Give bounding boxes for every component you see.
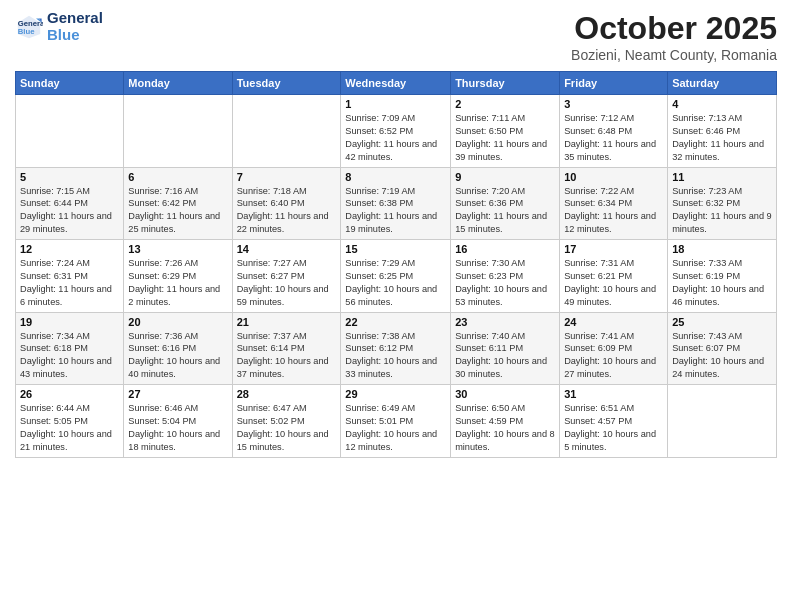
day-number: 11	[672, 171, 772, 183]
header-saturday: Saturday	[668, 72, 777, 95]
day-number: 4	[672, 98, 772, 110]
day-info: Sunrise: 7:15 AMSunset: 6:44 PMDaylight:…	[20, 185, 119, 237]
day-number: 14	[237, 243, 337, 255]
day-number: 25	[672, 316, 772, 328]
day-info: Sunrise: 7:20 AMSunset: 6:36 PMDaylight:…	[455, 185, 555, 237]
table-row: 26Sunrise: 6:44 AMSunset: 5:05 PMDayligh…	[16, 385, 124, 458]
table-row: 4Sunrise: 7:13 AMSunset: 6:46 PMDaylight…	[668, 95, 777, 168]
table-row	[668, 385, 777, 458]
day-number: 26	[20, 388, 119, 400]
table-row: 10Sunrise: 7:22 AMSunset: 6:34 PMDayligh…	[560, 167, 668, 240]
day-info: Sunrise: 7:12 AMSunset: 6:48 PMDaylight:…	[564, 112, 663, 164]
table-row: 17Sunrise: 7:31 AMSunset: 6:21 PMDayligh…	[560, 240, 668, 313]
table-row: 12Sunrise: 7:24 AMSunset: 6:31 PMDayligh…	[16, 240, 124, 313]
logo-text-general: General	[47, 10, 103, 27]
day-number: 13	[128, 243, 227, 255]
logo-icon: General Blue	[15, 13, 43, 41]
day-info: Sunrise: 7:31 AMSunset: 6:21 PMDaylight:…	[564, 257, 663, 309]
day-number: 30	[455, 388, 555, 400]
day-info: Sunrise: 7:11 AMSunset: 6:50 PMDaylight:…	[455, 112, 555, 164]
calendar-subtitle: Bozieni, Neamt County, Romania	[571, 47, 777, 63]
table-row: 29Sunrise: 6:49 AMSunset: 5:01 PMDayligh…	[341, 385, 451, 458]
table-row: 28Sunrise: 6:47 AMSunset: 5:02 PMDayligh…	[232, 385, 341, 458]
day-number: 28	[237, 388, 337, 400]
header-monday: Monday	[124, 72, 232, 95]
table-row: 8Sunrise: 7:19 AMSunset: 6:38 PMDaylight…	[341, 167, 451, 240]
day-number: 24	[564, 316, 663, 328]
day-info: Sunrise: 7:43 AMSunset: 6:07 PMDaylight:…	[672, 330, 772, 382]
day-number: 19	[20, 316, 119, 328]
day-info: Sunrise: 6:49 AMSunset: 5:01 PMDaylight:…	[345, 402, 446, 454]
table-row: 14Sunrise: 7:27 AMSunset: 6:27 PMDayligh…	[232, 240, 341, 313]
table-row: 15Sunrise: 7:29 AMSunset: 6:25 PMDayligh…	[341, 240, 451, 313]
day-info: Sunrise: 7:26 AMSunset: 6:29 PMDaylight:…	[128, 257, 227, 309]
table-row: 2Sunrise: 7:11 AMSunset: 6:50 PMDaylight…	[451, 95, 560, 168]
day-number: 5	[20, 171, 119, 183]
day-info: Sunrise: 7:23 AMSunset: 6:32 PMDaylight:…	[672, 185, 772, 237]
table-row	[232, 95, 341, 168]
day-number: 22	[345, 316, 446, 328]
header-tuesday: Tuesday	[232, 72, 341, 95]
header-wednesday: Wednesday	[341, 72, 451, 95]
day-number: 7	[237, 171, 337, 183]
day-number: 15	[345, 243, 446, 255]
day-number: 12	[20, 243, 119, 255]
table-row: 9Sunrise: 7:20 AMSunset: 6:36 PMDaylight…	[451, 167, 560, 240]
table-row: 1Sunrise: 7:09 AMSunset: 6:52 PMDaylight…	[341, 95, 451, 168]
day-number: 21	[237, 316, 337, 328]
day-info: Sunrise: 7:34 AMSunset: 6:18 PMDaylight:…	[20, 330, 119, 382]
table-row: 18Sunrise: 7:33 AMSunset: 6:19 PMDayligh…	[668, 240, 777, 313]
day-info: Sunrise: 7:33 AMSunset: 6:19 PMDaylight:…	[672, 257, 772, 309]
day-info: Sunrise: 7:29 AMSunset: 6:25 PMDaylight:…	[345, 257, 446, 309]
day-info: Sunrise: 7:18 AMSunset: 6:40 PMDaylight:…	[237, 185, 337, 237]
page-header: General Blue General Blue October 2025 B…	[15, 10, 777, 63]
day-number: 27	[128, 388, 227, 400]
day-number: 8	[345, 171, 446, 183]
table-row: 5Sunrise: 7:15 AMSunset: 6:44 PMDaylight…	[16, 167, 124, 240]
day-info: Sunrise: 7:41 AMSunset: 6:09 PMDaylight:…	[564, 330, 663, 382]
day-info: Sunrise: 7:37 AMSunset: 6:14 PMDaylight:…	[237, 330, 337, 382]
table-row: 27Sunrise: 6:46 AMSunset: 5:04 PMDayligh…	[124, 385, 232, 458]
logo-text-blue: Blue	[47, 27, 80, 44]
day-info: Sunrise: 7:38 AMSunset: 6:12 PMDaylight:…	[345, 330, 446, 382]
day-number: 31	[564, 388, 663, 400]
day-info: Sunrise: 7:13 AMSunset: 6:46 PMDaylight:…	[672, 112, 772, 164]
table-row: 24Sunrise: 7:41 AMSunset: 6:09 PMDayligh…	[560, 312, 668, 385]
day-info: Sunrise: 7:36 AMSunset: 6:16 PMDaylight:…	[128, 330, 227, 382]
day-number: 29	[345, 388, 446, 400]
day-info: Sunrise: 6:47 AMSunset: 5:02 PMDaylight:…	[237, 402, 337, 454]
table-row: 23Sunrise: 7:40 AMSunset: 6:11 PMDayligh…	[451, 312, 560, 385]
table-row: 19Sunrise: 7:34 AMSunset: 6:18 PMDayligh…	[16, 312, 124, 385]
day-number: 1	[345, 98, 446, 110]
day-info: Sunrise: 7:24 AMSunset: 6:31 PMDaylight:…	[20, 257, 119, 309]
table-row: 25Sunrise: 7:43 AMSunset: 6:07 PMDayligh…	[668, 312, 777, 385]
day-info: Sunrise: 7:22 AMSunset: 6:34 PMDaylight:…	[564, 185, 663, 237]
table-row: 16Sunrise: 7:30 AMSunset: 6:23 PMDayligh…	[451, 240, 560, 313]
table-row: 7Sunrise: 7:18 AMSunset: 6:40 PMDaylight…	[232, 167, 341, 240]
table-row: 11Sunrise: 7:23 AMSunset: 6:32 PMDayligh…	[668, 167, 777, 240]
header-friday: Friday	[560, 72, 668, 95]
table-row: 6Sunrise: 7:16 AMSunset: 6:42 PMDaylight…	[124, 167, 232, 240]
table-row: 30Sunrise: 6:50 AMSunset: 4:59 PMDayligh…	[451, 385, 560, 458]
calendar-table: Sunday Monday Tuesday Wednesday Thursday…	[15, 71, 777, 458]
day-info: Sunrise: 7:27 AMSunset: 6:27 PMDaylight:…	[237, 257, 337, 309]
day-info: Sunrise: 7:16 AMSunset: 6:42 PMDaylight:…	[128, 185, 227, 237]
day-info: Sunrise: 7:19 AMSunset: 6:38 PMDaylight:…	[345, 185, 446, 237]
calendar-header-row: Sunday Monday Tuesday Wednesday Thursday…	[16, 72, 777, 95]
day-number: 18	[672, 243, 772, 255]
day-number: 17	[564, 243, 663, 255]
table-row: 13Sunrise: 7:26 AMSunset: 6:29 PMDayligh…	[124, 240, 232, 313]
title-block: October 2025 Bozieni, Neamt County, Roma…	[571, 10, 777, 63]
day-info: Sunrise: 6:51 AMSunset: 4:57 PMDaylight:…	[564, 402, 663, 454]
table-row	[16, 95, 124, 168]
day-number: 2	[455, 98, 555, 110]
day-info: Sunrise: 7:09 AMSunset: 6:52 PMDaylight:…	[345, 112, 446, 164]
svg-text:Blue: Blue	[18, 27, 35, 36]
day-number: 10	[564, 171, 663, 183]
day-info: Sunrise: 6:46 AMSunset: 5:04 PMDaylight:…	[128, 402, 227, 454]
table-row: 22Sunrise: 7:38 AMSunset: 6:12 PMDayligh…	[341, 312, 451, 385]
table-row: 31Sunrise: 6:51 AMSunset: 4:57 PMDayligh…	[560, 385, 668, 458]
day-info: Sunrise: 6:50 AMSunset: 4:59 PMDaylight:…	[455, 402, 555, 454]
table-row: 21Sunrise: 7:37 AMSunset: 6:14 PMDayligh…	[232, 312, 341, 385]
day-info: Sunrise: 6:44 AMSunset: 5:05 PMDaylight:…	[20, 402, 119, 454]
